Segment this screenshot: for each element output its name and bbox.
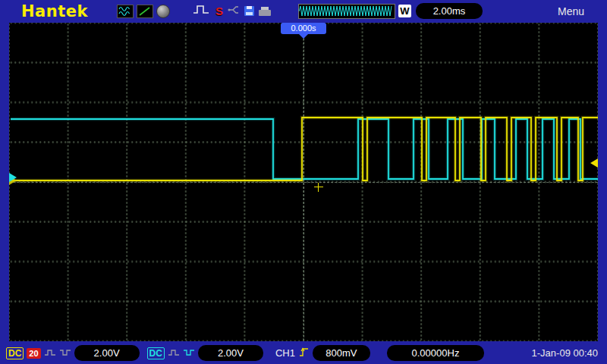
trigger-status: CH1 800mV: [275, 345, 370, 361]
knob-icon[interactable]: [156, 5, 170, 18]
ch2-wave-icon: [183, 347, 195, 360]
trigger-time-badge: 0.000s: [281, 23, 326, 34]
ch1-bandwidth-badge: 20: [27, 348, 40, 359]
top-bar: Hantek S W 2.00ms Menu: [0, 0, 607, 22]
ch2-position-marker[interactable]: [9, 173, 17, 182]
ch2-coupling-badge: DC: [147, 347, 165, 359]
ch2-probe-icon: [168, 347, 180, 360]
memory-window-indicator[interactable]: [298, 4, 395, 19]
trigger-source-label: CH1: [275, 347, 295, 359]
menu-button[interactable]: Menu: [558, 5, 584, 17]
trigger-level-readout: 800mV: [313, 345, 370, 361]
measure-line-icon[interactable]: [137, 5, 153, 18]
oscilloscope-ui: { "brand": "Hantek", "top_bar": { "s_lab…: [0, 0, 607, 364]
ch1-probe-icon: [44, 347, 56, 360]
pulse-icon[interactable]: [193, 4, 209, 18]
datetime-readout: 1-Jan-09 00:40: [532, 347, 598, 359]
trigger-point-cross: [314, 183, 323, 192]
save-icon[interactable]: [244, 6, 254, 16]
rising-edge-icon: [299, 346, 309, 361]
ch1-invert-icon: [59, 347, 71, 360]
timebase-readout: 2.00ms: [416, 3, 483, 19]
s-indicator-icon[interactable]: S: [215, 5, 223, 17]
brand-logo: Hantek: [21, 2, 88, 20]
ch1-coupling-badge: DC: [6, 347, 24, 359]
frequency-readout: 0.00000Hz: [387, 345, 484, 361]
ch1-status: DC 20 2.00V: [6, 345, 140, 361]
dual-wave-icon[interactable]: [117, 5, 134, 18]
window-mode-badge: W: [398, 5, 411, 17]
usb-icon[interactable]: [228, 5, 240, 18]
ch2-status: DC 2.00V: [147, 345, 263, 361]
ch2-scale-readout: 2.00V: [198, 345, 263, 361]
ch1-scale-readout: 2.00V: [74, 345, 140, 361]
trigger-position-marker[interactable]: [299, 34, 308, 39]
printer-icon[interactable]: [259, 10, 271, 16]
trigger-level-marker[interactable]: [590, 158, 598, 168]
waveform-screen: 0.000s: [9, 23, 598, 341]
waveform-traces: [9, 23, 598, 341]
bottom-bar: DC 20 2.00V DC 2.00V CH1 800mV 0.00000Hz…: [0, 342, 607, 364]
